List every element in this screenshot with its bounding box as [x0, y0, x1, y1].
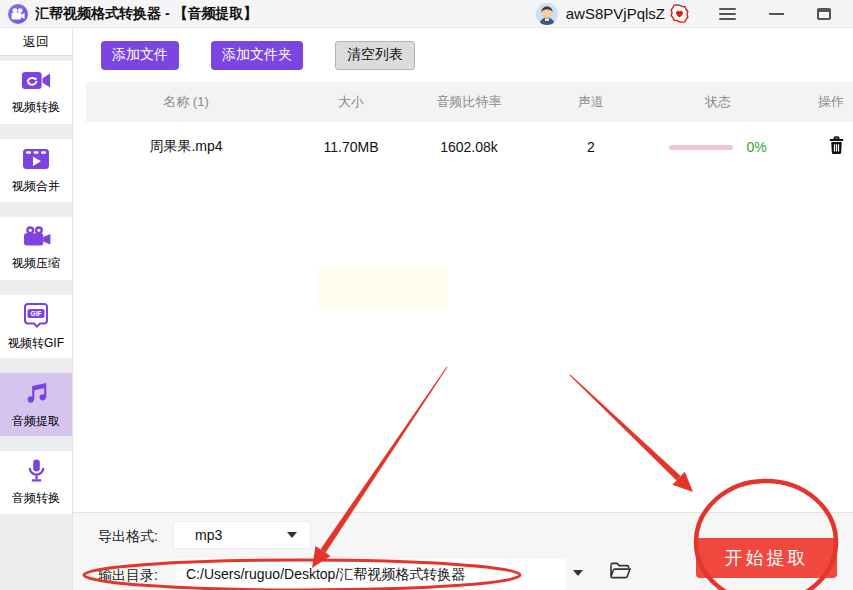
output-dir-value: C:/Users/ruguo/Desktop/汇帮视频格式转换器	[186, 566, 465, 584]
titlebar-right: awS8PVjPqlsZ	[536, 3, 853, 25]
watermark	[318, 267, 448, 309]
column-header-action: 操作	[776, 93, 853, 111]
video-to-gif-icon: GIF	[23, 302, 49, 332]
back-button[interactable]: 返回	[0, 28, 72, 56]
sidebar-item-label: 音频提取	[12, 413, 60, 430]
titlebar: 汇帮视频格式转换器 - 【音频提取】 awS8PVjPqlsZ	[0, 0, 853, 28]
sidebar: 返回 视频转换	[0, 28, 72, 590]
cell-file-name: 周果果.mp4	[86, 138, 286, 156]
chevron-down-icon	[287, 532, 297, 538]
clear-list-button[interactable]: 清空列表	[335, 41, 415, 70]
sidebar-item-label: 视频合并	[12, 178, 60, 195]
column-header-bitrate: 音频比特率	[416, 93, 522, 111]
sidebar-item-label: 视频转换	[12, 99, 60, 116]
svg-text:GIF: GIF	[31, 309, 42, 316]
footer-panel: 导出格式: mp3 开始提取 输出目录: C:/Users/ruguo/Desk…	[73, 512, 853, 590]
table-header: 名称 (1) 大小 音频比特率 声道 状态 操作	[86, 82, 853, 122]
export-format-select[interactable]: mp3	[173, 521, 311, 549]
table-row[interactable]: 周果果.mp4 11.70MB 1602.08k 2 0%	[86, 122, 853, 172]
vip-heart-badge-icon	[670, 4, 689, 23]
output-dir-chevron-down-icon[interactable]	[573, 570, 583, 576]
delete-trash-icon[interactable]	[828, 136, 845, 158]
cell-status: 0%	[660, 139, 776, 155]
cell-channels: 2	[522, 139, 660, 155]
start-extract-button[interactable]: 开始提取	[696, 538, 837, 578]
sidebar-item-label: 视频压缩	[12, 255, 60, 272]
cell-bitrate: 1602.08k	[416, 139, 522, 155]
sidebar-item-label: 视频转GIF	[8, 335, 64, 352]
cell-file-size: 11.70MB	[286, 139, 416, 155]
sidebar-item-label: 音频转换	[12, 490, 60, 507]
browse-folder-icon[interactable]	[609, 561, 632, 584]
column-header-size: 大小	[286, 93, 416, 111]
app-window: 汇帮视频格式转换器 - 【音频提取】 awS8PVjPqlsZ	[0, 0, 853, 590]
minimize-button[interactable]	[769, 13, 784, 15]
sidebar-item-video-compress[interactable]: 视频压缩	[0, 217, 72, 280]
username-label: awS8PVjPqlsZ	[566, 5, 665, 22]
file-table: 名称 (1) 大小 音频比特率 声道 状态 操作 周果果.mp4 11.70MB…	[86, 82, 853, 172]
toolbar: 添加文件 添加文件夹 清空列表	[73, 28, 853, 82]
video-compress-icon	[22, 225, 51, 252]
video-convert-icon	[21, 69, 51, 96]
output-dir-input[interactable]: C:/Users/ruguo/Desktop/汇帮视频格式转换器	[176, 559, 566, 590]
progress-bar	[669, 145, 733, 150]
export-format-value: mp3	[195, 527, 222, 543]
column-header-status: 状态	[660, 93, 776, 111]
app-logo-icon	[8, 4, 28, 24]
sidebar-item-audio-extract[interactable]: 音频提取	[0, 373, 72, 436]
user-avatar[interactable]	[536, 3, 558, 25]
progress-percent-label: 0%	[746, 139, 766, 155]
hamburger-menu-icon[interactable]	[719, 8, 736, 20]
column-header-name: 名称 (1)	[86, 93, 286, 111]
export-format-label: 导出格式:	[98, 528, 158, 546]
sidebar-item-audio-convert[interactable]: 音频转换	[0, 451, 72, 514]
cell-action	[776, 136, 853, 158]
sidebar-item-video-to-gif[interactable]: GIF 视频转GIF	[0, 295, 72, 358]
window-title: 汇帮视频格式转换器 - 【音频提取】	[35, 5, 257, 23]
audio-convert-icon	[24, 458, 49, 487]
add-file-button[interactable]: 添加文件	[101, 41, 179, 70]
main-panel: 添加文件 添加文件夹 清空列表 名称 (1) 大小 音频比特率 声道 状态 操作…	[72, 28, 853, 590]
audio-extract-icon	[23, 380, 49, 410]
maximize-button[interactable]	[817, 8, 831, 20]
add-folder-button[interactable]: 添加文件夹	[211, 41, 303, 70]
sidebar-item-video-convert[interactable]: 视频转换	[0, 61, 72, 124]
column-header-channels: 声道	[522, 93, 660, 111]
sidebar-item-video-merge[interactable]: 视频合并	[0, 139, 72, 202]
video-merge-icon	[22, 147, 50, 175]
output-dir-label: 输出目录:	[98, 567, 158, 585]
